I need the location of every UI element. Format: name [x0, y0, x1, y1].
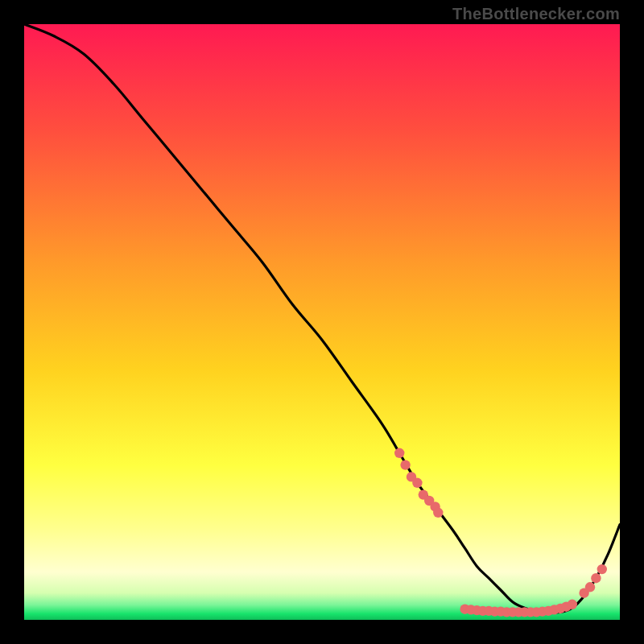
- data-point: [433, 508, 443, 518]
- bottleneck-curve: [24, 24, 620, 613]
- data-point: [591, 573, 601, 583]
- data-point: [585, 582, 595, 592]
- chart-stage: TheBottlenecker.com: [0, 0, 644, 644]
- attribution-text: TheBottlenecker.com: [452, 5, 620, 23]
- plot-area: [24, 24, 620, 620]
- data-point: [400, 460, 410, 469]
- data-point: [394, 448, 404, 458]
- curve-layer: [24, 24, 620, 620]
- data-point: [412, 478, 422, 488]
- data-point: [597, 564, 607, 574]
- data-point: [568, 600, 577, 609]
